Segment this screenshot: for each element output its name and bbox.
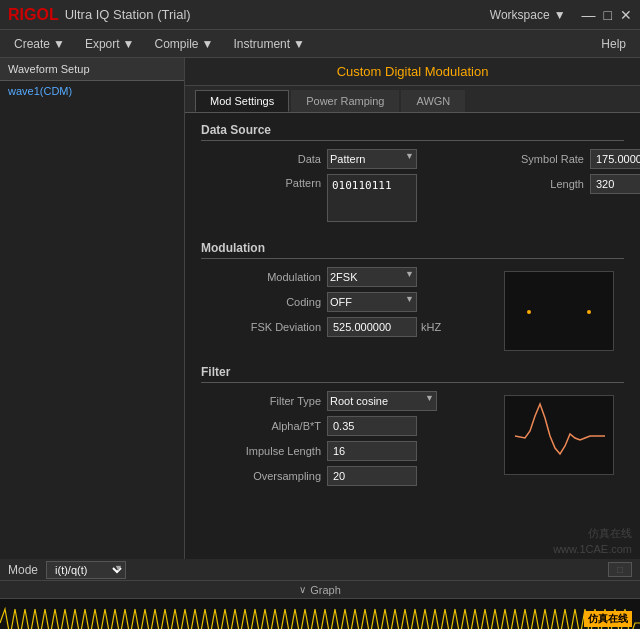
data-select-wrapper: Pattern [327, 149, 417, 169]
pattern-input[interactable]: 010110111 [327, 174, 417, 222]
content-title: Custom Digital Modulation [185, 58, 640, 86]
menu-export[interactable]: Export ▼ [75, 33, 145, 55]
tab-power-ramping[interactable]: Power Ramping [291, 90, 399, 112]
workspace-label: Workspace [490, 8, 550, 22]
tab-mod-settings[interactable]: Mod Settings [195, 90, 289, 112]
filter-type-label: Filter Type [201, 395, 321, 407]
filter-title: Filter [201, 365, 624, 383]
length-row: Length 320 Symbols [504, 174, 624, 194]
settings-panel: Data Source Data Pattern [185, 113, 640, 559]
constellation-display [504, 271, 614, 351]
alpha-label: Alpha/B*T [201, 420, 321, 432]
waveform-svg [0, 599, 640, 629]
menu-compile[interactable]: Compile ▼ [145, 33, 224, 55]
menu-create[interactable]: Create ▼ [4, 33, 75, 55]
alpha-input[interactable]: 0.35 [327, 416, 417, 436]
mode-label: Mode [8, 563, 38, 577]
fsk-unit: kHZ [421, 321, 441, 333]
title-bar: RIGOL Ultra IQ Station (Trial) Workspace… [0, 0, 640, 30]
sidebar: Waveform Setup wave1(CDM) [0, 58, 185, 559]
workspace-arrow[interactable]: ▼ [554, 8, 566, 22]
oversampling-label: Oversampling [201, 470, 321, 482]
menu-bar: Create ▼ Export ▼ Compile ▼ Instrument ▼… [0, 30, 640, 58]
pattern-row: Pattern 010110111 [201, 174, 484, 222]
fsk-label: FSK Deviation [201, 321, 321, 333]
mode-select[interactable]: i(t)/q(t) [46, 561, 126, 579]
tab-bar: Mod Settings Power Ramping AWGN [185, 86, 640, 113]
constellation-col [504, 267, 624, 351]
data-select[interactable]: Pattern [327, 149, 417, 169]
close-button[interactable]: ✕ [620, 7, 632, 23]
oversampling-row: Oversampling 20 [201, 466, 484, 486]
symbol-rate-row: Symbol Rate 175.000000 ksym/s [504, 149, 624, 169]
modulation-section: Modulation Modulation 2FSK [201, 241, 624, 351]
modulation-select-wrapper: 2FSK [327, 267, 417, 287]
fsk-input[interactable]: 525.000000 [327, 317, 417, 337]
symbol-rate-input[interactable]: 175.000000 [590, 149, 640, 169]
mode-select-wrapper: i(t)/q(t) [46, 561, 126, 579]
bottom-brand-badge: 仿真在线 [584, 611, 632, 627]
workspace-area[interactable]: Workspace ▼ [490, 8, 566, 22]
data-row: Data Pattern [201, 149, 484, 169]
sidebar-header: Waveform Setup [0, 58, 184, 81]
modulation-label: Modulation [201, 271, 321, 283]
content-area: Custom Digital Modulation Mod Settings P… [185, 58, 640, 559]
filter-preview-display [504, 395, 614, 475]
filter-type-row: Filter Type Root cosine [201, 391, 484, 411]
modulation-title: Modulation [201, 241, 624, 259]
minimize-button[interactable]: — [582, 7, 596, 23]
impulse-row: Impulse Length 16 [201, 441, 484, 461]
alpha-row: Alpha/B*T 0.35 [201, 416, 484, 436]
menu-instrument[interactable]: Instrument ▼ [223, 33, 315, 55]
fsk-row: FSK Deviation 525.000000 kHZ [201, 317, 484, 337]
graph-toggle[interactable]: ∨ Graph [0, 581, 640, 599]
coding-select-wrapper: OFF [327, 292, 417, 312]
coding-label: Coding [201, 296, 321, 308]
oversampling-input[interactable]: 20 [327, 466, 417, 486]
symbol-col: Symbol Rate 175.000000 ksym/s Length [504, 149, 624, 227]
filter-type-wrapper: Root cosine [327, 391, 437, 411]
modulation-row: Modulation 2FSK [201, 267, 484, 287]
window-controls[interactable]: — □ ✕ [582, 7, 632, 23]
coding-select[interactable]: OFF [327, 292, 417, 312]
length-label: Length [504, 178, 584, 190]
modulation-select[interactable]: 2FSK [327, 267, 417, 287]
data-source-section: Data Source Data Pattern [201, 123, 624, 227]
bottom-waveform [0, 599, 640, 629]
help-button[interactable]: Help [591, 33, 636, 55]
tab-awgn[interactable]: AWGN [401, 90, 465, 112]
rigol-logo: RIGOL [8, 6, 59, 24]
length-input[interactable]: 320 [590, 174, 640, 194]
symbol-rate-label: Symbol Rate [504, 153, 584, 165]
graph-toggle-btn[interactable]: □ [608, 562, 632, 577]
impulse-label: Impulse Length [201, 445, 321, 457]
data-label: Data [201, 153, 321, 165]
coding-row: Coding OFF [201, 292, 484, 312]
filter-preview-col [504, 391, 624, 491]
maximize-button[interactable]: □ [604, 7, 612, 23]
mode-bar: Mode i(t)/q(t) □ [0, 559, 640, 581]
impulse-input[interactable]: 16 [327, 441, 417, 461]
filter-section: Filter Filter Type Root cosine [201, 365, 624, 491]
data-source-title: Data Source [201, 123, 624, 141]
main-layout: Waveform Setup wave1(CDM) Custom Digital… [0, 58, 640, 559]
graph-label: Graph [310, 584, 341, 596]
pattern-label: Pattern [201, 174, 321, 189]
graph-toggle-icon: ∨ [299, 584, 306, 595]
app-title: Ultra IQ Station (Trial) [65, 7, 191, 22]
sidebar-item-wave1[interactable]: wave1(CDM) [0, 81, 184, 101]
filter-type-select[interactable]: Root cosine [327, 391, 437, 411]
